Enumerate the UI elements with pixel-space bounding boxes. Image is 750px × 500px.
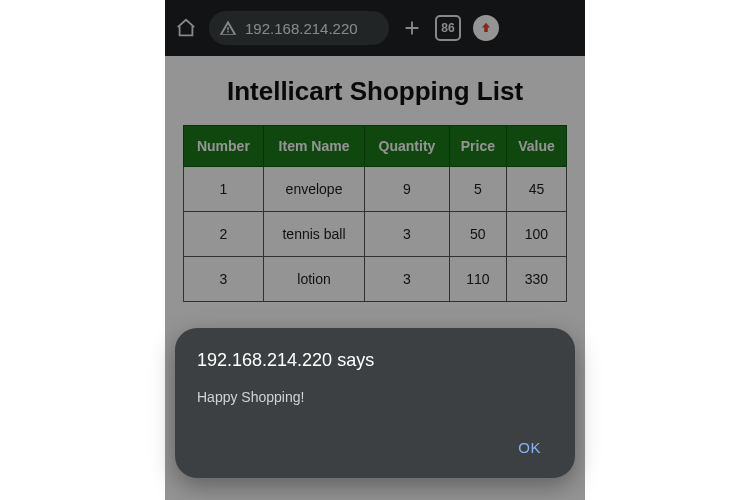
javascript-alert: 192.168.214.220 says Happy Shopping! OK [175, 328, 575, 478]
alert-message: Happy Shopping! [197, 389, 553, 405]
alert-title: 192.168.214.220 says [197, 350, 553, 371]
phone-viewport: 192.168.214.220 86 Intellicart Shopping … [165, 0, 585, 500]
alert-ok-button[interactable]: OK [506, 431, 553, 464]
alert-actions: OK [197, 431, 553, 464]
